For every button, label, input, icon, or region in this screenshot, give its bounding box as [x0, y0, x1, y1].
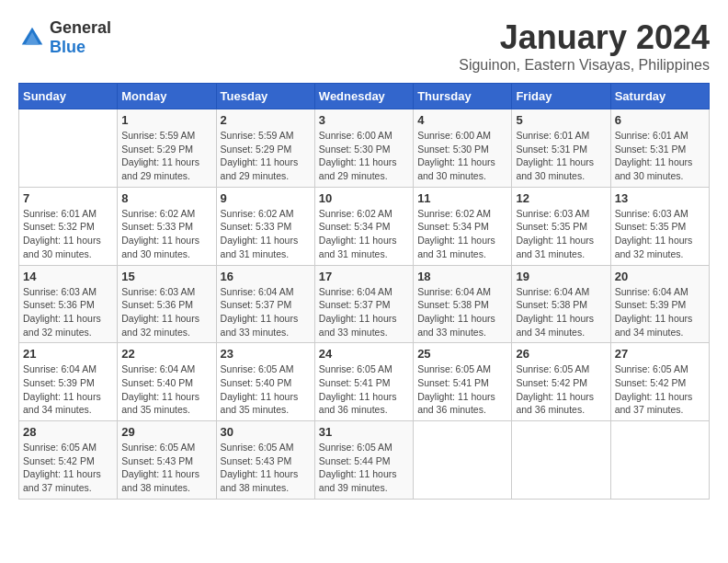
- calendar-cell: 9Sunrise: 6:02 AMSunset: 5:33 PMDaylight…: [216, 187, 314, 265]
- day-info: Sunrise: 6:04 AMSunset: 5:37 PMDaylight:…: [319, 285, 409, 339]
- calendar-cell: 8Sunrise: 6:02 AMSunset: 5:33 PMDaylight…: [118, 187, 216, 265]
- day-number: 16: [221, 270, 311, 283]
- day-info: Sunrise: 6:02 AMSunset: 5:34 PMDaylight:…: [417, 207, 507, 261]
- logo-text-blue: Blue: [50, 38, 85, 56]
- day-number: 14: [23, 270, 113, 283]
- calendar-cell: 14Sunrise: 6:03 AMSunset: 5:36 PMDayligh…: [19, 265, 118, 343]
- calendar-week-0: 1Sunrise: 5:59 AMSunset: 5:29 PMDaylight…: [19, 109, 710, 188]
- calendar-cell: 17Sunrise: 6:04 AMSunset: 5:37 PMDayligh…: [314, 265, 413, 343]
- day-info: Sunrise: 5:59 AMSunset: 5:29 PMDaylight:…: [221, 129, 311, 183]
- day-info: Sunrise: 6:03 AMSunset: 5:36 PMDaylight:…: [121, 285, 211, 339]
- day-info: Sunrise: 6:02 AMSunset: 5:33 PMDaylight:…: [121, 207, 211, 261]
- day-number: 11: [417, 191, 507, 205]
- col-header-thursday: Thursday: [414, 84, 512, 109]
- day-info: Sunrise: 6:05 AMSunset: 5:43 PMDaylight:…: [221, 441, 311, 495]
- calendar-cell: 19Sunrise: 6:04 AMSunset: 5:38 PMDayligh…: [512, 265, 610, 343]
- day-number: 24: [319, 347, 409, 361]
- calendar-cell: 27Sunrise: 6:05 AMSunset: 5:42 PMDayligh…: [610, 343, 709, 421]
- day-number: 17: [319, 270, 409, 283]
- day-number: 15: [121, 270, 211, 283]
- day-number: 21: [23, 347, 113, 361]
- day-number: 19: [516, 270, 606, 283]
- calendar-week-2: 14Sunrise: 6:03 AMSunset: 5:36 PMDayligh…: [19, 265, 710, 343]
- col-header-tuesday: Tuesday: [216, 84, 314, 109]
- location: Siguinon, Eastern Visayas, Philippines: [459, 57, 710, 74]
- day-info: Sunrise: 6:04 AMSunset: 5:39 PMDaylight:…: [615, 285, 705, 339]
- day-info: Sunrise: 6:05 AMSunset: 5:42 PMDaylight:…: [516, 362, 606, 417]
- day-info: Sunrise: 6:04 AMSunset: 5:37 PMDaylight:…: [221, 285, 311, 339]
- day-info: Sunrise: 6:01 AMSunset: 5:31 PMDaylight:…: [516, 129, 606, 183]
- col-header-friday: Friday: [512, 84, 610, 109]
- col-header-saturday: Saturday: [610, 84, 709, 109]
- calendar-cell: [512, 421, 610, 500]
- day-info: Sunrise: 6:05 AMSunset: 5:41 PMDaylight:…: [417, 362, 507, 417]
- day-info: Sunrise: 6:05 AMSunset: 5:40 PMDaylight:…: [221, 362, 311, 417]
- calendar-week-4: 28Sunrise: 6:05 AMSunset: 5:42 PMDayligh…: [19, 421, 710, 500]
- calendar-cell: 31Sunrise: 6:05 AMSunset: 5:44 PMDayligh…: [314, 421, 413, 500]
- day-number: 8: [121, 191, 211, 205]
- day-number: 13: [615, 191, 705, 205]
- calendar-cell: 1Sunrise: 5:59 AMSunset: 5:29 PMDaylight…: [118, 109, 216, 188]
- calendar-cell: 12Sunrise: 6:03 AMSunset: 5:35 PMDayligh…: [512, 187, 610, 265]
- day-number: 25: [417, 347, 507, 361]
- day-info: Sunrise: 6:05 AMSunset: 5:41 PMDaylight:…: [319, 362, 409, 417]
- calendar-cell: [414, 421, 512, 500]
- day-info: Sunrise: 6:05 AMSunset: 5:43 PMDaylight:…: [121, 441, 211, 495]
- day-info: Sunrise: 6:04 AMSunset: 5:38 PMDaylight:…: [417, 285, 507, 339]
- day-number: 27: [615, 347, 705, 361]
- day-number: 28: [23, 425, 113, 439]
- day-info: Sunrise: 6:00 AMSunset: 5:30 PMDaylight:…: [319, 129, 409, 183]
- day-number: 12: [516, 191, 606, 205]
- calendar-cell: 30Sunrise: 6:05 AMSunset: 5:43 PMDayligh…: [216, 421, 314, 500]
- calendar-cell: 18Sunrise: 6:04 AMSunset: 5:38 PMDayligh…: [414, 265, 512, 343]
- day-info: Sunrise: 6:02 AMSunset: 5:33 PMDaylight:…: [221, 207, 311, 261]
- calendar-header: SundayMondayTuesdayWednesdayThursdayFrid…: [19, 84, 710, 109]
- calendar-cell: 3Sunrise: 6:00 AMSunset: 5:30 PMDaylight…: [314, 109, 413, 188]
- day-info: Sunrise: 6:03 AMSunset: 5:36 PMDaylight:…: [23, 285, 113, 339]
- calendar-table: SundayMondayTuesdayWednesdayThursdayFrid…: [18, 83, 710, 500]
- title-block: January 2024 Siguinon, Eastern Visayas, …: [459, 18, 710, 74]
- calendar-cell: 20Sunrise: 6:04 AMSunset: 5:39 PMDayligh…: [610, 265, 709, 343]
- day-number: 23: [221, 347, 311, 361]
- day-number: 26: [516, 347, 606, 361]
- day-info: Sunrise: 6:03 AMSunset: 5:35 PMDaylight:…: [516, 207, 606, 261]
- day-info: Sunrise: 6:02 AMSunset: 5:34 PMDaylight:…: [319, 207, 409, 261]
- calendar-cell: 11Sunrise: 6:02 AMSunset: 5:34 PMDayligh…: [414, 187, 512, 265]
- day-info: Sunrise: 6:04 AMSunset: 5:39 PMDaylight:…: [23, 362, 113, 417]
- day-number: 7: [23, 191, 113, 205]
- month-title: January 2024: [459, 18, 710, 57]
- day-info: Sunrise: 6:05 AMSunset: 5:42 PMDaylight:…: [615, 362, 705, 417]
- day-info: Sunrise: 6:04 AMSunset: 5:40 PMDaylight:…: [121, 362, 211, 417]
- day-number: 10: [319, 191, 409, 205]
- day-number: 4: [417, 113, 507, 127]
- day-number: 2: [221, 113, 311, 127]
- day-number: 31: [319, 425, 409, 439]
- calendar-cell: 22Sunrise: 6:04 AMSunset: 5:40 PMDayligh…: [118, 343, 216, 421]
- calendar-week-1: 7Sunrise: 6:01 AMSunset: 5:32 PMDaylight…: [19, 187, 710, 265]
- logo: General Blue: [18, 18, 111, 57]
- day-info: Sunrise: 6:01 AMSunset: 5:31 PMDaylight:…: [615, 129, 705, 183]
- calendar-cell: 25Sunrise: 6:05 AMSunset: 5:41 PMDayligh…: [414, 343, 512, 421]
- day-number: 1: [121, 113, 211, 127]
- day-number: 22: [121, 347, 211, 361]
- day-info: Sunrise: 6:03 AMSunset: 5:35 PMDaylight:…: [615, 207, 705, 261]
- calendar-cell: 21Sunrise: 6:04 AMSunset: 5:39 PMDayligh…: [19, 343, 118, 421]
- day-info: Sunrise: 6:05 AMSunset: 5:42 PMDaylight:…: [23, 441, 113, 495]
- day-info: Sunrise: 6:01 AMSunset: 5:32 PMDaylight:…: [23, 207, 113, 261]
- logo-icon: [18, 24, 46, 52]
- day-info: Sunrise: 6:05 AMSunset: 5:44 PMDaylight:…: [319, 441, 409, 495]
- calendar-cell: 15Sunrise: 6:03 AMSunset: 5:36 PMDayligh…: [118, 265, 216, 343]
- calendar-cell: [610, 421, 709, 500]
- col-header-monday: Monday: [118, 84, 216, 109]
- day-number: 20: [615, 270, 705, 283]
- day-number: 29: [121, 425, 211, 439]
- calendar-cell: 10Sunrise: 6:02 AMSunset: 5:34 PMDayligh…: [314, 187, 413, 265]
- day-number: 3: [319, 113, 409, 127]
- calendar-cell: 13Sunrise: 6:03 AMSunset: 5:35 PMDayligh…: [610, 187, 709, 265]
- page-header: General Blue January 2024 Siguinon, East…: [18, 18, 710, 74]
- day-info: Sunrise: 6:04 AMSunset: 5:38 PMDaylight:…: [516, 285, 606, 339]
- day-number: 18: [417, 270, 507, 283]
- day-info: Sunrise: 6:00 AMSunset: 5:30 PMDaylight:…: [417, 129, 507, 183]
- calendar-cell: 6Sunrise: 6:01 AMSunset: 5:31 PMDaylight…: [610, 109, 709, 188]
- calendar-cell: 7Sunrise: 6:01 AMSunset: 5:32 PMDaylight…: [19, 187, 118, 265]
